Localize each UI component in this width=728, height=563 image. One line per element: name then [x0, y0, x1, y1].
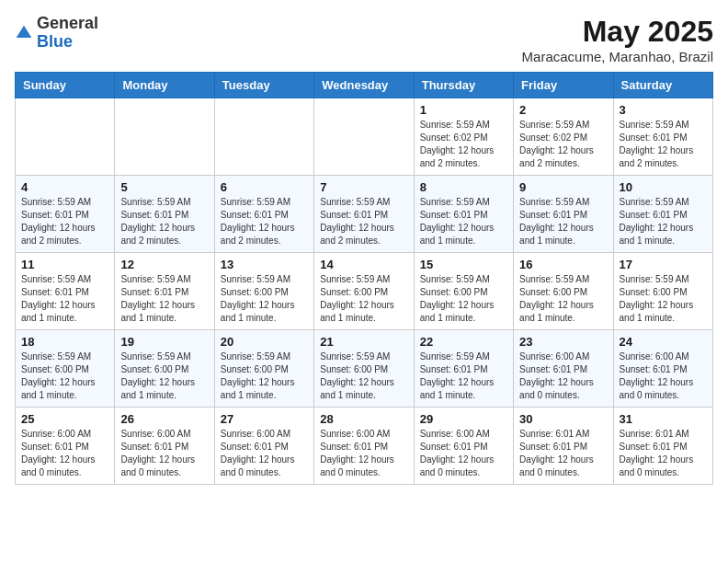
day-info: Sunrise: 6:00 AM Sunset: 6:01 PM Dayligh… [519, 350, 607, 402]
day-number: 5 [120, 180, 208, 194]
day-info: Sunrise: 5:59 AM Sunset: 6:00 PM Dayligh… [21, 350, 108, 402]
weekday-header-sunday: Sunday [16, 73, 115, 98]
day-number: 23 [519, 335, 607, 349]
calendar-cell [314, 98, 414, 176]
day-number: 9 [519, 180, 607, 194]
day-number: 29 [420, 412, 507, 426]
week-row-2: 4Sunrise: 5:59 AM Sunset: 6:01 PM Daylig… [16, 176, 713, 253]
calendar-cell: 30Sunrise: 6:01 AM Sunset: 6:01 PM Dayli… [514, 408, 613, 485]
day-info: Sunrise: 5:59 AM Sunset: 6:02 PM Dayligh… [519, 119, 607, 170]
calendar-cell: 25Sunrise: 6:00 AM Sunset: 6:01 PM Dayli… [16, 408, 115, 485]
day-info: Sunrise: 5:59 AM Sunset: 6:01 PM Dayligh… [620, 196, 707, 247]
day-info: Sunrise: 6:00 AM Sunset: 6:01 PM Dayligh… [620, 350, 707, 402]
calendar-cell: 12Sunrise: 5:59 AM Sunset: 6:01 PM Dayli… [115, 253, 214, 330]
calendar-cell: 21Sunrise: 5:59 AM Sunset: 6:00 PM Dayli… [314, 330, 414, 408]
day-number: 16 [519, 258, 607, 271]
weekday-header-wednesday: Wednesday [314, 73, 414, 98]
day-info: Sunrise: 6:00 AM Sunset: 6:01 PM Dayligh… [120, 428, 208, 479]
location: Maracacume, Maranhao, Brazil [522, 49, 713, 64]
day-info: Sunrise: 6:00 AM Sunset: 6:01 PM Dayligh… [420, 428, 507, 479]
calendar-cell: 19Sunrise: 5:59 AM Sunset: 6:00 PM Dayli… [115, 330, 214, 408]
calendar-cell: 18Sunrise: 5:59 AM Sunset: 6:00 PM Dayli… [16, 330, 115, 408]
day-number: 27 [221, 412, 308, 426]
day-info: Sunrise: 5:59 AM Sunset: 6:00 PM Dayligh… [120, 350, 208, 402]
day-number: 7 [320, 180, 407, 194]
calendar-cell: 17Sunrise: 5:59 AM Sunset: 6:00 PM Dayli… [613, 253, 712, 330]
day-number: 21 [320, 335, 407, 349]
calendar-cell [16, 98, 115, 176]
day-number: 22 [420, 335, 507, 349]
day-number: 18 [21, 335, 108, 349]
day-info: Sunrise: 5:59 AM Sunset: 6:00 PM Dayligh… [320, 350, 407, 402]
calendar-cell: 24Sunrise: 6:00 AM Sunset: 6:01 PM Dayli… [613, 330, 712, 408]
calendar-cell: 4Sunrise: 5:59 AM Sunset: 6:01 PM Daylig… [16, 176, 115, 253]
calendar-cell [214, 98, 313, 176]
logo-blue: Blue [37, 32, 73, 51]
day-info: Sunrise: 5:59 AM Sunset: 6:01 PM Dayligh… [519, 196, 607, 247]
day-number: 19 [120, 335, 208, 349]
day-info: Sunrise: 5:59 AM Sunset: 6:00 PM Dayligh… [221, 273, 308, 325]
week-row-4: 18Sunrise: 5:59 AM Sunset: 6:00 PM Dayli… [16, 330, 713, 408]
weekday-header-friday: Friday [514, 73, 613, 98]
calendar-cell [115, 98, 214, 176]
week-row-1: 1Sunrise: 5:59 AM Sunset: 6:02 PM Daylig… [16, 98, 713, 176]
calendar-cell: 16Sunrise: 5:59 AM Sunset: 6:00 PM Dayli… [514, 253, 613, 330]
day-info: Sunrise: 6:00 AM Sunset: 6:01 PM Dayligh… [320, 428, 407, 479]
calendar-cell: 10Sunrise: 5:59 AM Sunset: 6:01 PM Dayli… [613, 176, 712, 253]
calendar-cell: 14Sunrise: 5:59 AM Sunset: 6:00 PM Dayli… [314, 253, 414, 330]
day-info: Sunrise: 5:59 AM Sunset: 6:00 PM Dayligh… [320, 273, 407, 325]
day-info: Sunrise: 5:59 AM Sunset: 6:01 PM Dayligh… [320, 196, 407, 247]
day-number: 17 [620, 258, 707, 271]
day-info: Sunrise: 5:59 AM Sunset: 6:01 PM Dayligh… [620, 119, 707, 170]
weekday-header-thursday: Thursday [414, 73, 513, 98]
day-number: 15 [420, 258, 507, 271]
day-number: 3 [620, 103, 707, 117]
day-number: 1 [420, 103, 507, 117]
day-info: Sunrise: 6:01 AM Sunset: 6:01 PM Dayligh… [620, 428, 707, 479]
logo-general: General [37, 14, 98, 32]
calendar-cell: 13Sunrise: 5:59 AM Sunset: 6:00 PM Dayli… [214, 253, 313, 330]
day-number: 13 [221, 258, 308, 271]
week-row-3: 11Sunrise: 5:59 AM Sunset: 6:01 PM Dayli… [16, 253, 713, 330]
calendar-table: SundayMondayTuesdayWednesdayThursdayFrid… [15, 72, 713, 485]
day-info: Sunrise: 5:59 AM Sunset: 6:02 PM Dayligh… [420, 119, 507, 170]
weekday-header-saturday: Saturday [613, 73, 712, 98]
day-number: 6 [221, 180, 308, 194]
calendar-cell: 3Sunrise: 5:59 AM Sunset: 6:01 PM Daylig… [613, 98, 712, 176]
calendar-cell: 11Sunrise: 5:59 AM Sunset: 6:01 PM Dayli… [16, 253, 115, 330]
day-info: Sunrise: 5:59 AM Sunset: 6:01 PM Dayligh… [420, 196, 507, 247]
svg-marker-0 [17, 25, 32, 37]
day-number: 10 [620, 180, 707, 194]
day-number: 2 [519, 103, 607, 117]
day-info: Sunrise: 5:59 AM Sunset: 6:00 PM Dayligh… [519, 273, 607, 325]
day-number: 28 [320, 412, 407, 426]
day-number: 14 [320, 258, 407, 271]
calendar-cell: 23Sunrise: 6:00 AM Sunset: 6:01 PM Dayli… [514, 330, 613, 408]
day-number: 26 [120, 412, 208, 426]
month-title: May 2025 [522, 15, 713, 49]
calendar-cell: 28Sunrise: 6:00 AM Sunset: 6:01 PM Dayli… [314, 408, 414, 485]
week-row-5: 25Sunrise: 6:00 AM Sunset: 6:01 PM Dayli… [16, 408, 713, 485]
logo-icon [15, 24, 33, 42]
logo-text: General Blue [37, 15, 98, 52]
weekday-header-tuesday: Tuesday [214, 73, 313, 98]
calendar-cell: 6Sunrise: 5:59 AM Sunset: 6:01 PM Daylig… [214, 176, 313, 253]
calendar-cell: 1Sunrise: 5:59 AM Sunset: 6:02 PM Daylig… [414, 98, 513, 176]
calendar-cell: 27Sunrise: 6:00 AM Sunset: 6:01 PM Dayli… [214, 408, 313, 485]
calendar-cell: 8Sunrise: 5:59 AM Sunset: 6:01 PM Daylig… [414, 176, 513, 253]
logo: General Blue [15, 15, 98, 52]
day-number: 8 [420, 180, 507, 194]
day-info: Sunrise: 5:59 AM Sunset: 6:01 PM Dayligh… [120, 273, 208, 325]
day-number: 4 [21, 180, 108, 194]
calendar-cell: 20Sunrise: 5:59 AM Sunset: 6:00 PM Dayli… [214, 330, 313, 408]
title-block: May 2025 Maracacume, Maranhao, Brazil [522, 15, 713, 64]
weekday-header-monday: Monday [115, 73, 214, 98]
day-info: Sunrise: 6:00 AM Sunset: 6:01 PM Dayligh… [21, 428, 108, 479]
day-number: 20 [221, 335, 308, 349]
day-info: Sunrise: 5:59 AM Sunset: 6:00 PM Dayligh… [420, 273, 507, 325]
calendar-cell: 31Sunrise: 6:01 AM Sunset: 6:01 PM Dayli… [613, 408, 712, 485]
day-info: Sunrise: 5:59 AM Sunset: 6:01 PM Dayligh… [420, 350, 507, 402]
calendar-cell: 2Sunrise: 5:59 AM Sunset: 6:02 PM Daylig… [514, 98, 613, 176]
day-info: Sunrise: 6:00 AM Sunset: 6:01 PM Dayligh… [221, 428, 308, 479]
day-info: Sunrise: 5:59 AM Sunset: 6:01 PM Dayligh… [221, 196, 308, 247]
